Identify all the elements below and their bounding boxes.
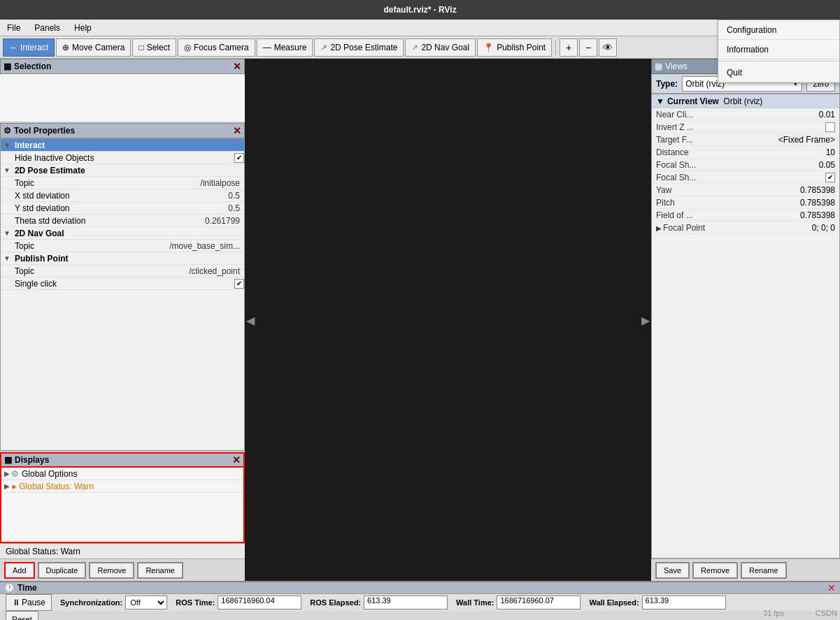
remove-button[interactable]: Remove <box>89 562 134 579</box>
prop-name: Invert Z ... <box>656 122 825 132</box>
context-menu-information[interactable]: Information <box>718 40 839 59</box>
expand-arrow-icon: ▼ <box>656 96 664 106</box>
list-item: Theta std deviation0.261799 <box>1 215 244 227</box>
expand-icon: ▼ <box>3 141 10 149</box>
menu-help[interactable]: Help <box>71 22 94 34</box>
prop-row: Focal Sh...0.05 <box>652 159 839 171</box>
views-bottom-buttons: Save Remove Rename <box>651 558 840 581</box>
add-icon-button[interactable]: + <box>560 38 578 57</box>
wall-time-field: Wall Time: 1686716960.07 <box>456 596 581 610</box>
pause-button[interactable]: ⏸ Pause <box>6 594 52 611</box>
prop-name: Pitch <box>656 198 800 208</box>
sync-field: Synchronization: Off <box>60 596 167 610</box>
menu-bar: File Panels Help <box>0 20 840 36</box>
list-item[interactable]: ▼Publish Point <box>1 252 244 265</box>
list-item: Topic/clicked_point <box>1 265 244 277</box>
watermark-label: CSDN <box>816 609 837 617</box>
prop-name: Focal Sh... <box>656 173 825 182</box>
reset-button[interactable]: Reset <box>6 611 38 620</box>
selection-content <box>0 74 245 122</box>
tool-props-panel: ⚙ Tool Properties ✕ ▼InteractHide Inacti… <box>0 123 245 451</box>
tool-props-content: ▼InteractHide Inactive Objects✔▼2D Pose … <box>0 138 245 451</box>
selection-close-button[interactable]: ✕ <box>233 62 241 71</box>
2d-nav-goal-button[interactable]: ↗ 2D Nav Goal <box>405 38 476 57</box>
menu-panels[interactable]: Panels <box>31 22 63 34</box>
left-arrow-icon[interactable]: ◀ <box>246 313 255 326</box>
context-menu-quit[interactable]: Quit <box>718 63 839 82</box>
view-icon-button[interactable]: 👁 <box>599 38 617 57</box>
list-item[interactable]: ▼Interact <box>1 139 244 152</box>
time-panel: 🕐 Time ✕ ⏸ Pause Synchronization: Off RO… <box>0 581 840 620</box>
rename-button[interactable]: Rename <box>137 562 183 579</box>
checkbox[interactable]: ✔ <box>234 153 244 163</box>
publish-point-button[interactable]: 📍 Publish Point <box>477 38 552 57</box>
property-label: Topic <box>12 241 169 251</box>
warn-icon: ● <box>11 482 16 491</box>
remove-icon-button[interactable]: − <box>579 38 597 57</box>
tool-props-icon: ⚙ <box>3 126 11 136</box>
expand-arrow-icon: ▶ <box>656 224 662 232</box>
interact-button[interactable]: ↔ Interact <box>3 38 55 57</box>
prop-checkbox[interactable] <box>825 122 835 132</box>
tool-props-close-button[interactable]: ✕ <box>233 126 241 136</box>
section-label: Publish Point <box>12 254 244 264</box>
prop-value: 0.785398 <box>800 198 835 208</box>
move-camera-button[interactable]: ⊕ Move Camera <box>56 38 131 57</box>
prop-row: Invert Z ... <box>652 121 839 134</box>
menu-file[interactable]: File <box>4 22 23 34</box>
prop-row: Near Cli...0.01 <box>652 108 839 121</box>
publish-point-icon: 📍 <box>483 43 494 52</box>
list-item: X std deviation0.5 <box>1 189 244 202</box>
focus-camera-button[interactable]: ◎ Focus Camera <box>178 38 255 57</box>
ros-elapsed-label: ROS Elapsed: <box>310 598 361 607</box>
expand-icon: ▶ <box>4 482 10 490</box>
property-value: 0.261799 <box>205 216 244 226</box>
wall-elapsed-label: Wall Elapsed: <box>589 598 639 607</box>
toolbar: ↔ Interact ⊕ Move Camera □ Select ◎ Focu… <box>0 36 840 59</box>
time-close-button[interactable]: ✕ <box>827 582 836 593</box>
right-arrow-icon[interactable]: ▶ <box>641 313 650 326</box>
right-panel: ▦ Views ✕ Type: Orbit (rviz) ▼ Zero ▼ Cu… <box>651 59 840 581</box>
rename-view-button[interactable]: Rename <box>741 562 787 579</box>
displays-close-button[interactable]: ✕ <box>232 455 241 465</box>
title-text: default.rviz* - RViz <box>383 5 456 15</box>
list-item[interactable]: ▶ ⚙ Global Options <box>1 468 243 480</box>
list-item[interactable]: ▼2D Pose Estimate <box>1 164 244 177</box>
prop-row: Pitch0.785398 <box>652 196 839 209</box>
prop-name: Focal Sh... <box>656 160 819 170</box>
displays-icon: ▦ <box>4 455 12 465</box>
main-layout: ▦ Selection ✕ ⚙ Tool Properties ✕ ▼Inter… <box>0 59 840 581</box>
property-value: 0.5 <box>228 191 244 201</box>
checkbox[interactable]: ✔ <box>234 279 244 289</box>
wall-elapsed-field: Wall Elapsed: 613.39 <box>589 596 725 610</box>
add-button[interactable]: Add <box>4 562 35 579</box>
prop-row: ▶Focal Point0; 0; 0 <box>652 222 839 234</box>
title-bar: default.rviz* - RViz <box>0 0 840 20</box>
remove-view-button[interactable]: Remove <box>692 562 738 579</box>
list-item: Single click✔ <box>1 277 244 290</box>
duplicate-button[interactable]: Duplicate <box>38 562 87 579</box>
prop-value: 0.05 <box>819 160 835 170</box>
list-item[interactable]: ▼2D Nav Goal <box>1 227 244 240</box>
sync-select[interactable]: Off <box>125 596 167 610</box>
list-item: Topic/move_base_sim... <box>1 240 244 252</box>
global-status-bar: Global Status: Warn <box>0 543 245 558</box>
section-label: Interact <box>12 140 244 150</box>
global-status-label: Global Status: Warn <box>19 482 94 491</box>
prop-value: <Fixed Frame> <box>778 135 835 145</box>
ros-time-label: ROS Time: <box>176 598 215 607</box>
prop-checkbox[interactable]: ✔ <box>825 173 835 182</box>
save-view-button[interactable]: Save <box>655 562 690 579</box>
prop-row: Yaw0.785398 <box>652 184 839 196</box>
measure-button[interactable]: — Measure <box>257 38 313 57</box>
select-button[interactable]: □ Select <box>132 38 176 57</box>
list-item[interactable]: ▶ ● Global Status: Warn <box>1 480 243 493</box>
2d-pose-estimate-button[interactable]: ↗ 2D Pose Estimate <box>314 38 404 57</box>
context-menu-configuration[interactable]: Configuration <box>718 20 839 40</box>
prop-value: 0.785398 <box>800 185 835 195</box>
prop-row: Field of ...0.785398 <box>652 209 839 222</box>
prop-name: Near Cli... <box>656 110 819 120</box>
prop-name: Distance <box>656 147 826 157</box>
3d-view[interactable]: ◀ ▶ <box>245 59 651 581</box>
selection-title: Selection <box>14 62 51 71</box>
